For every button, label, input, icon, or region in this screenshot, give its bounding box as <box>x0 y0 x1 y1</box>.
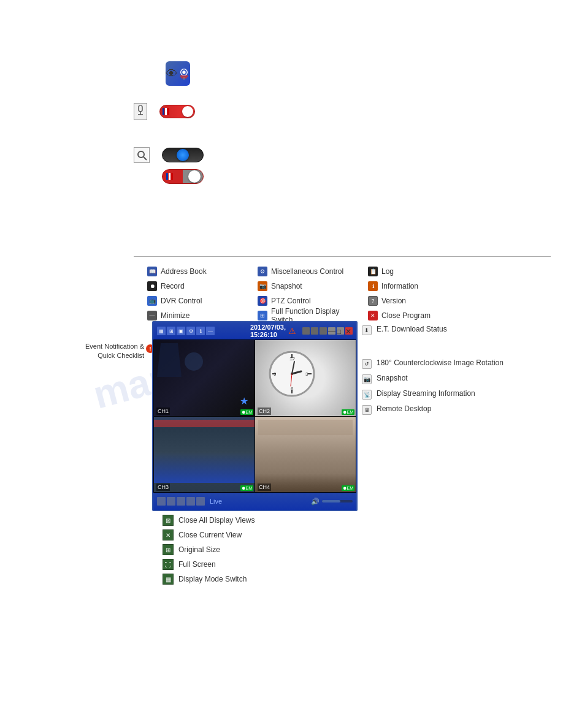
menu-item-misc-control[interactable]: ⚙ Miscellaneous Control <box>258 265 362 278</box>
dvr-title-icon-1: ▦ <box>157 327 166 335</box>
right-panel-item-streaming: 📡 Display Streaming Information <box>362 389 558 400</box>
close-program-icon: ✕ <box>368 311 378 320</box>
svg-text:12: 12 <box>289 356 295 362</box>
toggle-knob-dark <box>177 149 189 161</box>
menu-item-record[interactable]: ⏺ Record <box>147 279 251 293</box>
menu-item-full-function[interactable]: ⊞ Full Function Display Switch <box>258 309 362 322</box>
dvr-title-icon-6: — <box>206 327 215 335</box>
ch1-label: CH1 <box>156 408 170 415</box>
right-panel-item-remote-desktop: 🖥 Remote Desktop <box>362 404 558 415</box>
snapshot-icon: 📷 <box>258 281 267 291</box>
menu-item-close-program[interactable]: ✕ Close Program <box>368 309 491 322</box>
toggle-button-dark[interactable] <box>162 148 204 162</box>
svg-point-8 <box>138 151 144 157</box>
right-panel: ⬇ E.T. Download Status ↺ 180° Counterclo… <box>362 325 558 420</box>
dvr-bottom-icon-3[interactable] <box>177 497 185 506</box>
dvr-bottom-icon-5[interactable] <box>196 497 205 506</box>
flag-icon <box>163 108 169 115</box>
svg-rect-2 <box>180 75 188 77</box>
original-size-icon: ⊞ <box>163 544 174 555</box>
rotation-icon: ↺ <box>362 359 372 369</box>
dvr-control-icon: 📺 <box>147 296 157 306</box>
search-icon-box <box>134 147 150 163</box>
camera-ch1: ★ CH1 ⏺EM <box>154 340 255 416</box>
dvr-control-icon-3[interactable] <box>320 327 327 335</box>
toggle-area-1 <box>134 103 195 120</box>
display-mode-icon: ▦ <box>163 574 174 585</box>
ptz-control-icon: 🎯 <box>258 296 267 306</box>
menu-item-address-book[interactable]: 📖 Address Book <box>147 265 251 278</box>
toggle-knob-2 <box>188 170 201 183</box>
menu-item-dvr-control[interactable]: 📺 DVR Control <box>147 294 251 308</box>
ch3-label: CH3 <box>156 483 170 491</box>
dvr-timestamp: 2012/07/03, 15:26:10 <box>250 324 286 338</box>
svg-rect-5 <box>139 105 142 112</box>
bottom-item-full-screen[interactable]: ⛶ Full Screen <box>163 559 377 570</box>
dvr-control-icon-4[interactable]: — <box>328 327 335 335</box>
dvr-camera-grid: ★ CH1 ⏺EM 12 3 6 9 <box>153 339 356 493</box>
menu-grid: 📖 Address Book ⚙ Miscellaneous Control 📋… <box>147 265 491 322</box>
toggle-button-red-1[interactable] <box>159 105 195 118</box>
right-panel-item-snapshot: 📷 Snapshot <box>362 374 558 384</box>
toggle-area-2 <box>134 147 204 184</box>
ch4-rec-icon: ⏺EM <box>342 485 355 491</box>
menu-item-minimize[interactable]: — Minimize <box>147 309 251 322</box>
dvr-titlebar: ▦ ⊞ ▣ ⚙ ℹ — 2012/07/03, 15:26:10 ⚠ — □ ✕ <box>153 322 356 339</box>
camera-ch4: CH4 ⏺EM <box>255 417 356 493</box>
close-all-icon: ⊠ <box>163 515 174 526</box>
volume-icon: 🔊 <box>311 498 320 506</box>
streaming-icon: 📡 <box>362 390 372 400</box>
right-panel-item-et-download: ⬇ E.T. Download Status <box>362 325 558 335</box>
misc-control-icon: ⚙ <box>258 267 267 276</box>
svg-line-9 <box>144 157 147 160</box>
small-icon-1 <box>134 103 147 120</box>
log-icon: 📋 <box>368 267 378 276</box>
information-icon: ℹ <box>368 281 378 291</box>
dvr-live-label: Live <box>210 498 222 505</box>
menu-item-version[interactable]: ? Version <box>368 294 491 308</box>
bottom-item-original-size[interactable]: ⊞ Original Size <box>163 544 377 555</box>
remote-desktop-icon: 🖥 <box>362 405 372 415</box>
close-current-icon: ✕ <box>163 529 174 540</box>
menu-item-log[interactable]: 📋 Log <box>368 265 491 278</box>
ch2-label: CH2 <box>258 408 271 415</box>
ch3-rec-icon: ⏺EM <box>240 485 254 491</box>
bottom-item-close-all[interactable]: ⊠ Close All Display Views <box>163 515 377 526</box>
dvr-title-icon-4: ⚙ <box>186 327 195 335</box>
svg-text:9: 9 <box>274 371 277 377</box>
dvr-close-button[interactable]: ✕ <box>345 327 353 335</box>
svg-point-1 <box>182 70 185 74</box>
dvr-bottombar: Live 🔊 <box>153 493 356 510</box>
menu-item-information[interactable]: ℹ Information <box>368 279 491 293</box>
dvr-title-icon-5: ℹ <box>196 327 205 335</box>
ch4-label: CH4 <box>258 483 271 491</box>
svg-text:3: 3 <box>305 371 308 377</box>
bottom-item-display-mode-switch[interactable]: ▦ Display Mode Switch <box>163 574 377 585</box>
dvr-control-icon-2[interactable] <box>311 327 318 335</box>
dvr-control-icon-1[interactable] <box>302 327 310 335</box>
address-book-icon: 📖 <box>147 267 157 276</box>
menu-item-ptz-control[interactable]: 🎯 PTZ Control <box>258 294 362 308</box>
bottom-item-close-current[interactable]: ✕ Close Current View <box>163 529 377 540</box>
toggle-button-red-2[interactable] <box>162 169 204 184</box>
dvr-main-window: ▦ ⊞ ▣ ⚙ ℹ — 2012/07/03, 15:26:10 ⚠ — □ ✕… <box>152 321 358 511</box>
camera-ch3: CH3 ⏺EM <box>154 417 255 493</box>
dvr-bottom-icon-2[interactable] <box>167 497 175 506</box>
menu-item-snapshot[interactable]: 📷 Snapshot <box>258 279 362 293</box>
toggle-knob <box>182 106 193 117</box>
clock-svg: 12 3 6 9 <box>267 349 316 398</box>
dvr-bottom-icon-4[interactable] <box>186 497 195 506</box>
app-icon-area <box>166 61 190 86</box>
dvr-volume-area: 🔊 <box>311 498 353 506</box>
right-panel-item-rotation: ↺ 180° Counterclockwise Image Rotation <box>362 358 558 369</box>
record-icon: ⏺ <box>147 281 157 291</box>
dvr-bottom-icon-1[interactable] <box>157 497 166 506</box>
minimize-icon: — <box>147 311 157 320</box>
bottom-list: ⊠ Close All Display Views ✕ Close Curren… <box>163 515 377 588</box>
dvr-title-icon-3: ▣ <box>177 327 185 335</box>
ch3-buildings <box>154 452 255 483</box>
event-notification-label: Event Notification & Quick Checklist <box>80 342 144 361</box>
dvr-control-icon-5[interactable]: □ <box>337 327 344 335</box>
app-icon <box>166 61 190 86</box>
dvr-alert-icon: ⚠ <box>288 326 296 336</box>
